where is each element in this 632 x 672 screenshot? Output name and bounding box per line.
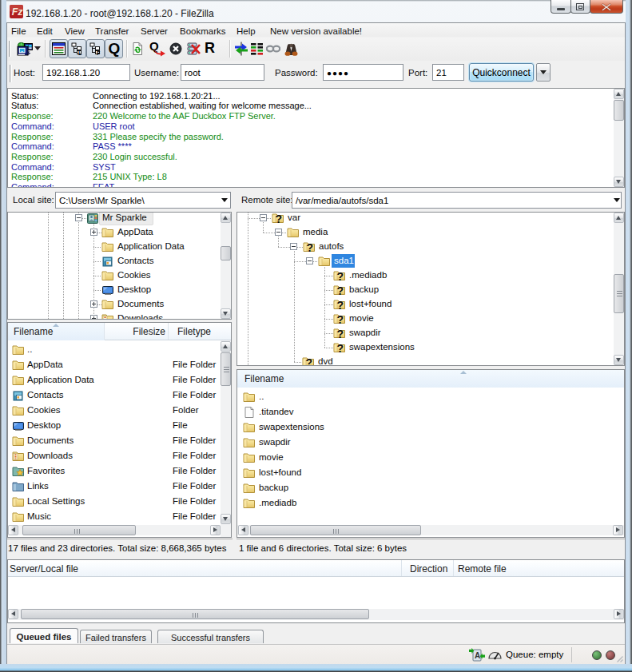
- svg-text:A: A: [475, 651, 480, 660]
- svg-text:L: L: [78, 50, 82, 56]
- svg-text:Fz: Fz: [12, 6, 23, 18]
- svg-text:F: F: [97, 50, 101, 56]
